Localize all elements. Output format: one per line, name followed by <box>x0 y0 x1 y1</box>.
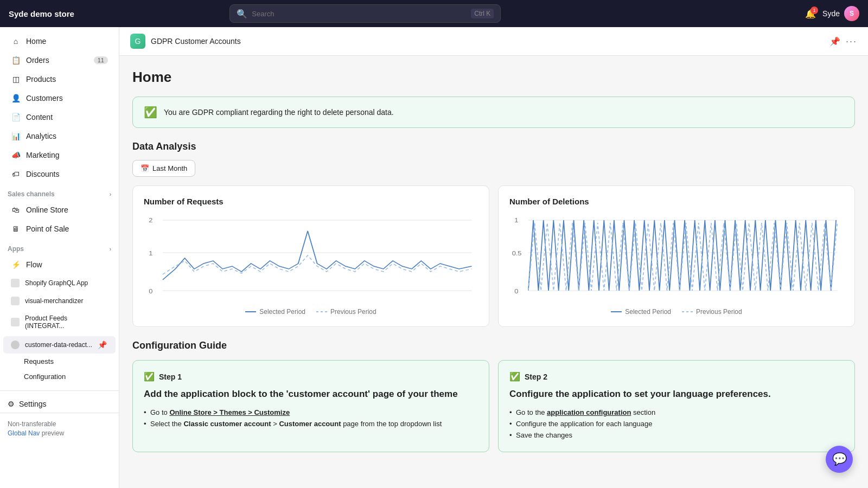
orders-icon: 📋 <box>11 55 21 65</box>
sidebar-sub-item-requests[interactable]: Requests <box>3 354 116 369</box>
legend-selected-label: Selected Period <box>625 308 671 316</box>
sidebar-item-products[interactable]: ◫ Products <box>3 70 116 88</box>
sidebar-item-label: Flow <box>26 260 42 269</box>
sidebar-item-orders[interactable]: 📋 Orders 11 <box>3 51 116 69</box>
user-name: Syde <box>822 9 840 18</box>
sidebar-item-label: Products <box>26 75 56 84</box>
deletions-chart-area: 1 0.5 0 Aug 13, 2023 <box>509 215 844 301</box>
app-header-actions: 📌 ··· <box>829 36 857 47</box>
sidebar-item-flow[interactable]: ⚡ Flow <box>3 255 116 274</box>
step1-check-icon: ✅ <box>144 371 155 382</box>
charts-row: Number of Requests 2 1 0 <box>132 185 855 327</box>
chevron-right-icon[interactable]: › <box>110 246 111 252</box>
list-item: Save the changes <box>509 429 844 441</box>
flow-icon: ⚡ <box>11 260 21 269</box>
gdpr-banner-text: You are GDPR compliant regarding the rig… <box>164 108 394 117</box>
sidebar-item-content[interactable]: 📄 Content <box>3 108 116 126</box>
settings-label: Settings <box>19 400 47 408</box>
sidebar-item-product-feeds[interactable]: Product Feeds (INTEGRAT... <box>3 310 116 334</box>
search-icon: 🔍 <box>237 9 247 19</box>
step2-label: Step 2 <box>525 373 547 381</box>
sidebar-item-settings[interactable]: ⚙ Settings <box>0 395 119 413</box>
visual-merch-icon <box>11 297 20 305</box>
legend-selected-label: Selected Period <box>259 308 305 316</box>
last-month-filter[interactable]: 📅 Last Month <box>132 160 195 177</box>
sales-channels-section: Sales channels › <box>0 184 119 200</box>
sidebar-item-label: Orders <box>26 56 49 65</box>
avatar: S <box>844 6 859 21</box>
footer-text: Non-transferable Global Nav preview <box>8 420 111 438</box>
step1-header: ✅ Step 1 <box>144 371 478 382</box>
sidebar-item-label: Marketing <box>26 151 59 159</box>
data-analysis-title: Data Analysis <box>132 141 855 152</box>
app-header-title: GDPR Customer Accounts <box>151 37 241 46</box>
page-content: Home ✅ You are GDPR compliant regarding … <box>119 56 868 465</box>
shopify-graphql-icon <box>11 279 20 287</box>
sidebar-item-online-store[interactable]: 🛍 Online Store <box>3 201 116 219</box>
config-guide-title: Configuration Guide <box>132 340 855 351</box>
legend-previous-label: Previous Period <box>696 308 742 316</box>
legend-selected: Selected Period <box>611 308 671 316</box>
home-icon: ⌂ <box>11 36 21 46</box>
notif-badge: 1 <box>810 7 818 14</box>
products-icon: ◫ <box>11 74 21 84</box>
requests-chart-title: Number of Requests <box>144 197 478 206</box>
sidebar-item-label: customer-data-redact... <box>25 341 92 349</box>
customers-icon: 👤 <box>11 93 21 103</box>
requests-chart-legend: Selected Period Previous Period <box>144 308 478 316</box>
support-fab[interactable]: 💬 <box>826 446 853 473</box>
sidebar-item-visual-merch[interactable]: visual-merchandizer <box>3 292 116 310</box>
store-name: Syde demo store <box>9 9 74 18</box>
config-card-step1: ✅ Step 1 Add the application block to th… <box>132 360 489 452</box>
step2-header: ✅ Step 2 <box>509 371 844 382</box>
sidebar-item-discounts[interactable]: 🏷 Discounts <box>3 165 116 183</box>
config-card-step2: ✅ Step 2 Configure the application to se… <box>498 360 855 452</box>
configuration-label: Configuration <box>24 373 66 381</box>
sidebar-item-pos[interactable]: 🖥 Point of Sale <box>3 220 116 238</box>
requests-chart-area: 2 1 0 Aug 13, 2023 <box>144 215 478 301</box>
pin-button[interactable]: 📌 <box>829 36 840 47</box>
sales-channels-label: Sales channels <box>8 190 55 198</box>
legend-previous-line <box>682 311 693 312</box>
app-icon <box>11 341 20 349</box>
footer-global-nav-link[interactable]: Global Nav <box>8 429 40 437</box>
svg-text:0: 0 <box>514 288 519 295</box>
chevron-right-icon[interactable]: › <box>110 191 111 197</box>
filter-bar: 📅 Last Month <box>132 160 855 177</box>
sidebar-item-label: Shopify GraphQL App <box>25 279 88 287</box>
list-item: Select the Classic customer account > Cu… <box>144 418 478 429</box>
gdpr-banner: ✅ You are GDPR compliant regarding the r… <box>132 97 855 128</box>
topbar-right: 🔔 1 Syde S <box>805 6 859 21</box>
app-config-link[interactable]: application configuration <box>547 408 631 416</box>
orders-badge: 11 <box>94 56 108 64</box>
discounts-icon: 🏷 <box>11 169 21 179</box>
more-options-button[interactable]: ··· <box>846 36 857 47</box>
search-bar[interactable]: 🔍 Ctrl K <box>229 4 501 23</box>
sidebar-item-customers[interactable]: 👤 Customers <box>3 89 116 107</box>
topbar: Syde demo store 🔍 Ctrl K 🔔 1 Syde S <box>0 0 868 27</box>
legend-selected-line <box>611 311 622 312</box>
online-store-themes-link[interactable]: Online Store > Themes > Customize <box>169 408 290 416</box>
sidebar-item-analytics[interactable]: 📊 Analytics <box>3 127 116 145</box>
sidebar-item-label: Online Store <box>26 206 68 214</box>
notifications-button[interactable]: 🔔 1 <box>805 9 816 19</box>
sidebar-sub-item-configuration[interactable]: Configuration <box>3 369 116 384</box>
sidebar-item-shopify-graphql[interactable]: Shopify GraphQL App <box>3 274 116 292</box>
page-title: Home <box>132 69 855 86</box>
sidebar-item-home[interactable]: ⌂ Home <box>3 32 116 50</box>
svg-text:2: 2 <box>149 217 153 224</box>
sidebar-item-customer-data[interactable]: customer-data-redact... 📌 <box>3 336 116 354</box>
search-shortcut: Ctrl K <box>471 9 494 18</box>
sidebar-item-marketing[interactable]: 📣 Marketing <box>3 146 116 164</box>
list-item: Configure the application for each langu… <box>509 418 844 429</box>
search-input[interactable] <box>252 10 467 18</box>
requests-chart-card: Number of Requests 2 1 0 <box>132 185 489 327</box>
product-feeds-icon <box>11 318 20 326</box>
app-icon: G <box>130 34 145 49</box>
sidebar-item-label: Discounts <box>26 170 59 178</box>
step1-label: Step 1 <box>159 373 182 381</box>
online-store-icon: 🛍 <box>11 205 21 215</box>
legend-previous: Previous Period <box>682 308 742 316</box>
pin-icon[interactable]: 📌 <box>98 341 107 349</box>
user-menu[interactable]: Syde S <box>822 6 859 21</box>
